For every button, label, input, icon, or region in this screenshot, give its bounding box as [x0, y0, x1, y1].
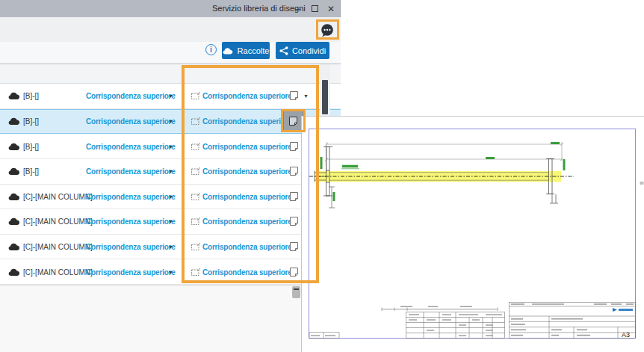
source-object-label: [C]-[MAIN COLUMN]: [23, 217, 93, 226]
chevron-down-icon[interactable]: ▼: [303, 93, 309, 99]
close-button[interactable]: ✕: [325, 2, 337, 15]
cloud-icon: [8, 92, 21, 100]
maximize-button[interactable]: [309, 2, 321, 15]
source-object-label: [C]-[MAIN COLUMN]: [23, 192, 93, 200]
template-rule-link[interactable]: Corrispondenza superiore: [202, 217, 292, 226]
info-icon[interactable]: i: [205, 44, 217, 55]
chevron-down-icon[interactable]: ▼: [168, 219, 173, 224]
drawing-library-dialog: Servizio libreria di disegni ─ ✕ i Racco…: [0, 0, 341, 352]
source-rule-dropdown[interactable]: Corrispondenza superiore: [86, 117, 176, 125]
source-object-label: [C]-[MAIN COLUMN]: [23, 268, 93, 276]
chevron-down-icon[interactable]: ▼: [168, 93, 173, 99]
titlebar: Servizio libreria di disegni ─ ✕: [0, 0, 340, 17]
table-row[interactable]: [B]-[] Corrispondenza superiore ▼ Corris…: [0, 159, 341, 185]
chevron-down-icon[interactable]: ▼: [168, 244, 173, 250]
template-icon: [191, 92, 201, 100]
source-rule-dropdown[interactable]: Corrispondenza superiore: [86, 92, 176, 100]
table-row[interactable]: [C]-[MAIN COLUMN] Corrispondenza superio…: [0, 235, 341, 260]
source-object-label: [B]-[]: [23, 142, 39, 150]
chevron-down-icon[interactable]: ▼: [168, 143, 173, 149]
template-rule-link[interactable]: Corrispondenza superiore: [202, 92, 292, 100]
template-rule-link[interactable]: Corrispondenza superiore: [202, 167, 292, 176]
share-icon: [279, 46, 288, 55]
template-icon: [191, 268, 201, 276]
collections-label: Raccolte: [238, 46, 270, 55]
source-object-label: [B]-[]: [23, 117, 39, 125]
sheet-preview-button[interactable]: [284, 111, 303, 131]
chevron-down-icon[interactable]: ▼: [168, 118, 173, 123]
rows: [B]-[] Corrispondenza superiore ▼ Corris…: [0, 84, 341, 285]
source-rule-dropdown[interactable]: Corrispondenza superiore: [86, 217, 176, 226]
empty-area: [0, 285, 301, 352]
table-row[interactable]: [C]-[MAIN COLUMN] Corrispondenza superio…: [0, 185, 341, 210]
cloud-icon: [223, 47, 234, 55]
table-row[interactable]: [B]-[] Corrispondenza superiore ▼ Corris…: [0, 134, 341, 159]
source-rule-dropdown[interactable]: Corrispondenza superiore: [86, 243, 176, 251]
template-rule-link[interactable]: Corrispondenza superiore: [202, 192, 292, 200]
source-rule-dropdown[interactable]: Corrispondenza superiore: [86, 142, 176, 150]
template-icon: [191, 167, 201, 176]
table-row[interactable]: [C]-[MAIN COLUMN] Corrispondenza superio…: [0, 259, 341, 285]
share-label: Condividi: [292, 46, 326, 55]
source-object-label: [C]-[MAIN COLUMN]: [23, 243, 93, 251]
sheet-preview-button[interactable]: [288, 140, 300, 152]
template-icon: [191, 117, 201, 125]
template-icon: [191, 192, 201, 200]
sheet-preview-button[interactable]: [288, 165, 300, 178]
sheet-preview-button[interactable]: [288, 90, 300, 102]
drawing-sheet-preview: A3: [301, 116, 644, 352]
scroll-nub: [640, 182, 644, 185]
toolbar-band: [0, 17, 341, 42]
minimize-button[interactable]: ─: [292, 2, 304, 15]
template-icon: [191, 243, 201, 251]
template-rule-link[interactable]: Corrispondenza superiore: [202, 142, 292, 150]
maximize-icon: [312, 5, 318, 12]
drawing-preview-window[interactable]: A3: [301, 116, 644, 352]
source-object-label: [B]-[]: [23, 167, 39, 176]
cloud-icon: [8, 142, 21, 150]
sheet-preview-button[interactable]: [288, 265, 300, 278]
cloud-icon: [8, 192, 21, 200]
share-button[interactable]: Condividi: [276, 42, 329, 59]
sheet-preview-button[interactable]: [288, 190, 300, 203]
cloud-icon: [8, 167, 21, 176]
cloud-icon: [8, 217, 21, 226]
source-rule-dropdown[interactable]: Corrispondenza superiore: [86, 268, 176, 276]
source-rule-dropdown[interactable]: Corrispondenza superiore: [86, 192, 176, 200]
chevron-down-icon[interactable]: ▼: [168, 269, 173, 274]
chevron-down-icon[interactable]: ▼: [168, 194, 173, 199]
template-rule-link[interactable]: Corrispondenza superiore: [202, 243, 292, 251]
sheet-preview-button[interactable]: [288, 241, 300, 253]
source-rule-dropdown[interactable]: Corrispondenza superiore: [86, 167, 176, 176]
splitter-handle[interactable]: [292, 286, 300, 298]
template-rule-link[interactable]: Corrispondenza superiore: [202, 268, 292, 276]
feedback-comment-icon[interactable]: [320, 23, 335, 38]
table-row[interactable]: [B]-[] Corrispondenza superiore ▼ Corris…: [0, 84, 341, 109]
cloud-icon: [8, 117, 21, 125]
table-header: CREARE DA TEMPLATE/IMPOSTAZIONI: [0, 64, 341, 84]
collections-button[interactable]: Raccolte: [222, 42, 270, 59]
template-rule-link[interactable]: Corrispondenza superiore: [202, 117, 292, 125]
sheet-preview-button[interactable]: [288, 215, 300, 228]
source-object-label: [B]-[]: [23, 92, 39, 100]
sheet-size-label: A3: [622, 331, 630, 339]
scrollbar-thumb[interactable]: [322, 80, 328, 114]
chevron-down-icon[interactable]: ▼: [168, 169, 173, 174]
cloud-icon: [8, 268, 21, 276]
table-row[interactable]: [B]-[] Corrispondenza superiore ▼ Corris…: [0, 109, 341, 135]
cloud-icon: [8, 243, 21, 251]
table-row[interactable]: [C]-[MAIN COLUMN] Corrispondenza superio…: [0, 209, 341, 235]
template-icon: [191, 217, 201, 226]
template-icon: [191, 142, 201, 150]
